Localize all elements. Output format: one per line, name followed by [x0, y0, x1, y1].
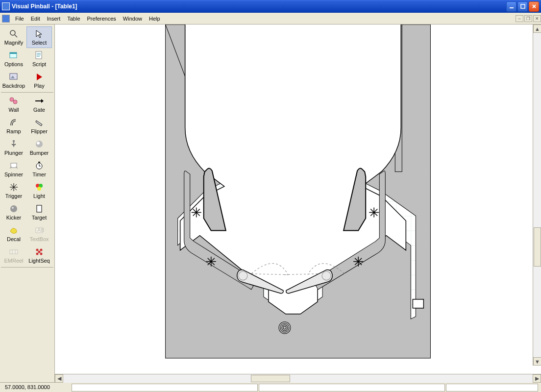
mdi-controls: – ❐ ✕ [515, 15, 541, 22]
tool-options[interactable]: Options [1, 48, 26, 70]
gate-icon [34, 96, 45, 106]
mdi-app-icon[interactable] [2, 15, 10, 23]
ramp-icon [8, 118, 19, 127]
svg-rect-5 [10, 52, 17, 54]
tool-magnify[interactable]: Magnify [1, 26, 26, 48]
svg-rect-10 [10, 74, 17, 79]
scroll-right-arrow[interactable]: ▶ [533, 374, 541, 383]
svg-marker-12 [37, 74, 42, 80]
options-icon [8, 50, 19, 60]
select-icon [34, 29, 45, 39]
tool-select[interactable]: Select [26, 26, 52, 48]
tool-flipper[interactable]: Flipper [26, 115, 52, 137]
tool-decal[interactable]: Decal [1, 223, 26, 245]
pinball-table [55, 24, 541, 374]
tool-label-kicker: Kicker [6, 215, 22, 220]
emreel-icon [8, 247, 19, 257]
status-panel-2 [259, 384, 445, 392]
tool-group-objects: WallGateRampFlipperPlungerBumperSpinnerT… [1, 93, 53, 268]
vertical-scrollbar[interactable]: ▲ ▼ [533, 24, 541, 366]
tool-label-timer: Timer [32, 172, 46, 177]
tool-script[interactable]: Script [26, 48, 52, 70]
menu-table[interactable]: Table [64, 14, 83, 23]
tool-label-ramp: Ramp [6, 128, 21, 134]
tool-label-flipper: Flipper [31, 128, 48, 134]
tool-spinner[interactable]: Spinner [1, 158, 26, 180]
svg-point-45 [36, 253, 39, 255]
flipper-icon [34, 118, 45, 127]
tool-label-light: Light [33, 193, 45, 199]
menu-window[interactable]: Window [120, 14, 146, 23]
mdi-minimize-button[interactable]: – [516, 15, 523, 22]
tool-bumper[interactable]: Bumper [26, 137, 52, 158]
svg-point-20 [37, 142, 40, 145]
window-title: Visual Pinball - [Table1] [12, 3, 506, 10]
tool-light[interactable]: Light [26, 180, 52, 201]
horizontal-scrollbar[interactable]: ◀ ▶ [55, 374, 541, 382]
toolbox: MagnifySelectOptionsScriptBackdropPlay W… [0, 24, 55, 382]
svg-point-36 [12, 207, 14, 209]
tool-play[interactable]: Play [26, 70, 52, 91]
menu-edit[interactable]: Edit [27, 14, 44, 23]
tool-plunger[interactable]: Plunger [1, 137, 26, 158]
tool-ramp[interactable]: Ramp [1, 115, 26, 137]
menu-file[interactable]: File [12, 14, 27, 23]
tool-kicker[interactable]: Kicker [1, 201, 26, 223]
light-icon [34, 182, 45, 192]
tool-label-play: Play [34, 83, 44, 89]
maximize-button[interactable] [517, 1, 528, 12]
play-icon [34, 72, 45, 82]
tool-backdrop[interactable]: Backdrop [1, 70, 26, 91]
kicker-icon [8, 204, 19, 214]
titlebar: Visual Pinball - [Table1] [0, 0, 541, 13]
canvas-area: ▲ ▼ ◀ ▶ [55, 24, 541, 382]
bumper-icon [34, 139, 45, 149]
window-controls [506, 1, 539, 12]
status-coords: 57.0000, 831.0000 [2, 384, 71, 392]
status-panel-1 [72, 384, 258, 392]
svg-point-2 [10, 30, 15, 35]
backdrop-icon [8, 72, 19, 82]
script-icon [34, 50, 45, 60]
canvas[interactable]: ▲ ▼ [55, 24, 541, 374]
tool-timer[interactable]: Timer [26, 158, 52, 180]
scroll-up-arrow[interactable]: ▲ [533, 24, 541, 33]
svg-marker-16 [41, 99, 44, 103]
mdi-restore-button[interactable]: ❐ [524, 15, 532, 22]
menu-preferences[interactable]: Preferences [84, 14, 120, 23]
svg-point-14 [13, 100, 17, 104]
scroll-down-arrow[interactable]: ▼ [533, 357, 541, 366]
vscroll-thumb[interactable] [534, 227, 541, 267]
spinner-icon [8, 161, 19, 171]
tool-gate[interactable]: Gate [26, 94, 52, 115]
tool-label-target: Target [32, 215, 47, 220]
main-area: MagnifySelectOptionsScriptBackdropPlay W… [0, 24, 541, 382]
tool-label-lightseq: LightSeq [28, 258, 49, 264]
svg-point-44 [40, 249, 43, 251]
mdi-close-button[interactable]: ✕ [533, 15, 541, 22]
tool-target[interactable]: Target [26, 201, 52, 223]
tool-trigger[interactable]: Trigger [1, 180, 26, 201]
svg-point-46 [40, 253, 43, 255]
scroll-left-arrow[interactable]: ◀ [55, 374, 63, 383]
menu-insert[interactable]: Insert [44, 14, 64, 23]
minimize-button[interactable] [506, 1, 516, 12]
trigger-icon [8, 182, 19, 192]
menubar: File Edit Insert Table Preferences Windo… [0, 13, 541, 24]
tool-label-backdrop: Backdrop [2, 83, 25, 89]
plunger-icon [8, 139, 19, 149]
tool-lightseq[interactable]: LightSeq [26, 245, 52, 266]
close-button[interactable] [529, 1, 539, 12]
hscroll-thumb[interactable] [251, 375, 290, 382]
svg-rect-27 [38, 162, 40, 163]
tool-wall[interactable]: Wall [1, 94, 26, 115]
svg-point-35 [10, 205, 17, 212]
tool-emreel: EMReel [1, 245, 26, 266]
timer-icon [34, 161, 45, 171]
magnify-icon [8, 29, 19, 39]
app-icon [2, 2, 10, 10]
tool-label-magnify: Magnify [4, 40, 24, 46]
svg-rect-40 [10, 250, 18, 254]
menu-help[interactable]: Help [146, 14, 164, 23]
svg-point-47 [38, 251, 41, 253]
